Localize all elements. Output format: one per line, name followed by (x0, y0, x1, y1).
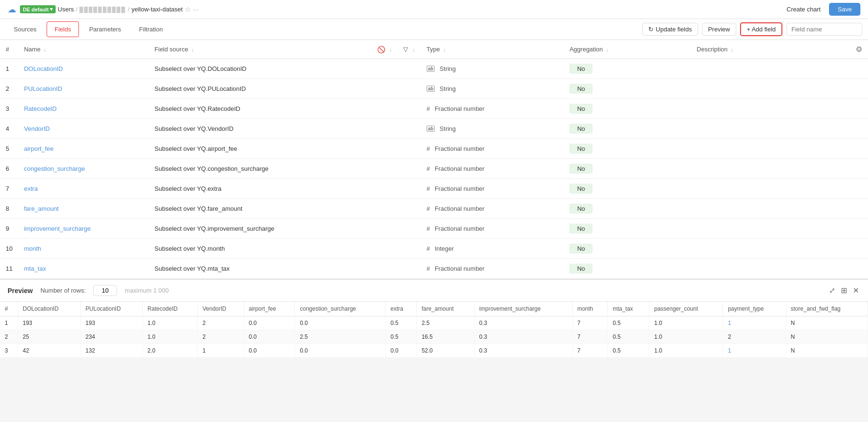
preview-cell: 7 (572, 316, 608, 330)
row-name[interactable]: PULocationID (18, 79, 148, 99)
row-visibility (371, 139, 398, 159)
preview-table-container: #DOLocationIDPULocationIDRatecodeIDVendo… (0, 302, 868, 358)
env-badge: DE default ▾ (20, 5, 56, 13)
row-description (691, 99, 850, 119)
col-header-name[interactable]: Name ↓ (18, 40, 148, 59)
preview-cell: 1 (0, 316, 18, 330)
row-visibility (371, 159, 398, 179)
preview-cell: 193 (18, 316, 80, 330)
row-type: #Fractional number (421, 99, 564, 119)
preview-cell: 2 (197, 316, 244, 330)
field-name-link[interactable]: VendorID (24, 125, 49, 132)
more-icon[interactable]: ··· (193, 5, 199, 13)
preview-cell: 234 (80, 330, 142, 344)
sort-vis-icon: ↓ (390, 47, 392, 52)
field-name-link[interactable]: month (24, 245, 41, 252)
row-filter (398, 139, 421, 159)
row-name[interactable]: month (18, 239, 148, 259)
breadcrumb-dataset[interactable]: yellow-taxi-dataset (131, 6, 183, 13)
preview-cell: 1.0 (649, 330, 723, 344)
field-name-link[interactable]: DOLocationID (24, 65, 63, 72)
col-header-visibility[interactable]: 🚫 ↓ (371, 40, 398, 59)
preview-col-header: # (0, 302, 18, 316)
field-name-link[interactable]: mta_tax (24, 265, 46, 272)
string-type-icon: ab (427, 126, 435, 132)
star-icon[interactable]: ☆ (185, 5, 191, 14)
breadcrumb-blurred: ██████████ (79, 7, 126, 12)
preview-cell: 16.5 (417, 330, 474, 344)
row-name[interactable]: congestion_surcharge (18, 159, 148, 179)
row-visibility (371, 259, 398, 279)
preview-cell: 2 (197, 330, 244, 344)
tab-parameters[interactable]: Parameters (81, 21, 129, 37)
row-num: 11 (0, 259, 18, 279)
topbar-right: Create chart Save (782, 3, 860, 16)
field-name-link[interactable]: RatecodeID (24, 105, 57, 112)
preview-link[interactable]: 1 (728, 347, 731, 354)
tabbar: Sources Fields Parameters Filtration ↻ U… (0, 19, 868, 40)
row-source: Subselect over YQ.PULocationID (149, 79, 371, 99)
breadcrumb-sep1: / (76, 6, 78, 13)
expand-icon[interactable]: ⤢ (828, 285, 837, 296)
sort-name-icon: ↓ (44, 47, 47, 52)
preview-tbody: 11931931.020.00.00.52.50.370.51.01N22523… (0, 316, 868, 358)
layout-icon[interactable]: ⊞ (839, 285, 848, 296)
tab-sources[interactable]: Sources (6, 21, 45, 37)
tab-fields[interactable]: Fields (47, 21, 79, 37)
row-aggregation: No (564, 79, 691, 99)
fields-table-area: # Name ↓ Field source ↓ 🚫 ↓ (0, 40, 868, 279)
preview-cell: N (786, 330, 868, 344)
row-source: Subselect over YQ.month (149, 239, 371, 259)
row-name[interactable]: fare_amount (18, 199, 148, 219)
create-chart-button[interactable]: Create chart (782, 3, 826, 16)
gear-icon[interactable]: ⚙ (856, 45, 862, 53)
field-name-link[interactable]: improvement_surcharge (24, 225, 90, 232)
rows-input[interactable] (93, 285, 117, 296)
col-header-field-source[interactable]: Field source ↓ (149, 40, 371, 59)
field-name-input[interactable] (786, 23, 862, 36)
preview-col-header: airport_fee (244, 302, 295, 316)
cloud-icon: ☁ (8, 4, 16, 15)
preview-cell: 1.0 (649, 316, 723, 330)
preview-col-header: payment_type (723, 302, 786, 316)
field-name-link[interactable]: fare_amount (24, 205, 59, 212)
field-name-link[interactable]: extra (24, 185, 38, 192)
row-num: 7 (0, 179, 18, 199)
field-name-link[interactable]: airport_fee (24, 145, 53, 152)
row-name[interactable]: mta_tax (18, 259, 148, 279)
row-visibility (371, 59, 398, 79)
fields-table: # Name ↓ Field source ↓ 🚫 ↓ (0, 40, 868, 279)
row-name[interactable]: DOLocationID (18, 59, 148, 79)
topbar-left: ☁ DE default ▾ Users / ██████████ / yell… (8, 4, 199, 15)
update-fields-button[interactable]: ↻ Update fields (642, 23, 698, 36)
hash-type-icon: # (427, 205, 430, 212)
col-header-description[interactable]: Description ↓ (691, 40, 850, 59)
preview-col-header: VendorID (197, 302, 244, 316)
row-type: #Fractional number (421, 199, 564, 219)
col-header-settings[interactable]: ⚙ (850, 40, 868, 59)
tab-filtration[interactable]: Filtration (131, 21, 171, 37)
close-preview-icon[interactable]: ✕ (851, 285, 860, 296)
row-name[interactable]: RatecodeID (18, 99, 148, 119)
col-header-aggregation[interactable]: Aggregation ↓ (564, 40, 691, 59)
preview-cell: 0.3 (474, 344, 572, 358)
visibility-icon: 🚫 (377, 46, 385, 53)
preview-cell: N (786, 344, 868, 358)
col-header-filter[interactable]: ▽ ↓ (398, 40, 421, 59)
preview-button[interactable]: Preview (702, 23, 736, 36)
field-name-link[interactable]: PULocationID (24, 85, 62, 92)
col-header-type[interactable]: Type ↓ (421, 40, 564, 59)
row-name[interactable]: VendorID (18, 119, 148, 139)
add-field-button[interactable]: + Add field (740, 22, 782, 36)
row-source: Subselect over YQ.congestion_surcharge (149, 159, 371, 179)
table-row: 7 extra Subselect over YQ.extra #Fractio… (0, 179, 868, 199)
preview-col-header: improvement_surcharge (474, 302, 572, 316)
row-name[interactable]: airport_fee (18, 139, 148, 159)
row-name[interactable]: extra (18, 179, 148, 199)
preview-link[interactable]: 1 (728, 320, 731, 326)
preview-cell: 0.5 (386, 316, 417, 330)
row-name[interactable]: improvement_surcharge (18, 219, 148, 239)
breadcrumb-users[interactable]: Users (58, 6, 74, 13)
save-button[interactable]: Save (829, 3, 860, 16)
field-name-link[interactable]: congestion_surcharge (24, 165, 85, 172)
